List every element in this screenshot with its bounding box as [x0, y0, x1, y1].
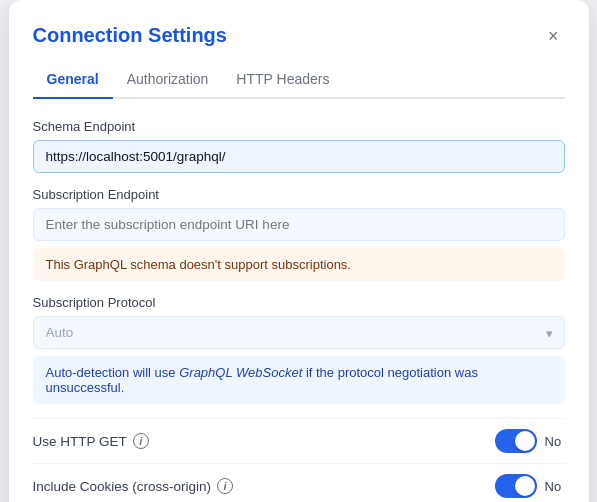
protocol-notice-text: Auto-detection will use	[46, 365, 180, 380]
include-cookies-status: No	[545, 479, 565, 494]
include-cookies-toggle[interactable]	[495, 474, 537, 498]
tab-http-headers[interactable]: HTTP Headers	[222, 63, 343, 99]
tab-authorization[interactable]: Authorization	[113, 63, 223, 99]
protocol-notice: Auto-detection will use GraphQL WebSocke…	[33, 356, 565, 404]
tab-bar: General Authorization HTTP Headers	[33, 63, 565, 99]
tab-content-general: Schema Endpoint Subscription Endpoint Th…	[33, 119, 565, 502]
subscription-endpoint-input[interactable]	[33, 208, 565, 241]
include-cookies-track	[495, 474, 537, 498]
include-cookies-label: Include Cookies (cross-origin)	[33, 479, 212, 494]
use-http-get-row: Use HTTP GET i No	[33, 418, 565, 463]
protocol-notice-link: GraphQL WebSocket	[179, 365, 302, 380]
subscription-protocol-select[interactable]: Auto	[33, 316, 565, 349]
use-http-get-info-icon[interactable]: i	[133, 433, 149, 449]
subscription-protocol-label: Subscription Protocol	[33, 295, 565, 310]
close-button[interactable]: ×	[542, 25, 565, 47]
subscription-endpoint-label: Subscription Endpoint	[33, 187, 565, 202]
dialog-title: Connection Settings	[33, 24, 227, 47]
use-http-get-label: Use HTTP GET	[33, 434, 127, 449]
use-http-get-toggle[interactable]	[495, 429, 537, 453]
schema-endpoint-group: Schema Endpoint	[33, 119, 565, 173]
use-http-get-right: No	[495, 429, 565, 453]
schema-endpoint-input[interactable]	[33, 140, 565, 173]
include-cookies-info-icon[interactable]: i	[217, 478, 233, 494]
subscription-notice: This GraphQL schema doesn't support subs…	[33, 248, 565, 281]
dialog-header: Connection Settings ×	[33, 24, 565, 47]
use-http-get-track	[495, 429, 537, 453]
subscription-endpoint-group: Subscription Endpoint This GraphQL schem…	[33, 187, 565, 281]
tab-general[interactable]: General	[33, 63, 113, 99]
include-cookies-thumb	[515, 476, 535, 496]
subscription-protocol-wrapper: Auto	[33, 316, 565, 349]
subscription-protocol-group: Subscription Protocol Auto Auto-detectio…	[33, 295, 565, 404]
use-http-get-status: No	[545, 434, 565, 449]
include-cookies-left: Include Cookies (cross-origin) i	[33, 478, 234, 494]
include-cookies-right: No	[495, 474, 565, 498]
use-http-get-thumb	[515, 431, 535, 451]
include-cookies-row: Include Cookies (cross-origin) i No	[33, 463, 565, 502]
schema-endpoint-label: Schema Endpoint	[33, 119, 565, 134]
use-http-get-left: Use HTTP GET i	[33, 433, 149, 449]
connection-settings-dialog: Connection Settings × General Authorizat…	[9, 0, 589, 502]
